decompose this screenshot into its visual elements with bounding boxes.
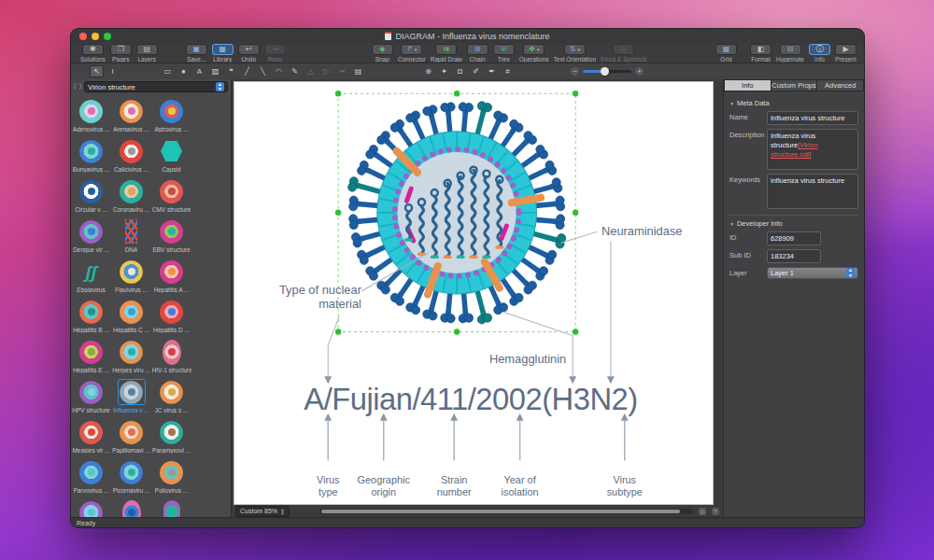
arc-tool[interactable]: ◠ <box>272 65 286 77</box>
library-item[interactable]: HPV structure <box>71 377 111 417</box>
nomenclature-part-label[interactable]: Year of <box>504 474 537 485</box>
library-item[interactable]: DNA <box>111 217 151 257</box>
layer-dropdown[interactable]: Layer 1 ▲▼ <box>767 267 858 279</box>
grid-button[interactable]: ▦Grid <box>715 44 737 63</box>
zoom-tool[interactable]: ⊕ <box>421 65 435 77</box>
page-view-button[interactable]: ◫ <box>699 508 706 515</box>
operations-button[interactable]: ❖▾Operations <box>519 44 549 63</box>
zoom-out-icon[interactable]: − <box>571 67 579 76</box>
drawing-page[interactable]: Type of nuclearmaterialHemagglutininNeur… <box>234 81 714 505</box>
rectangle-tool[interactable]: ▭ <box>161 65 175 77</box>
meta-data-section[interactable]: ▼ Meta Data <box>729 99 858 107</box>
pen-tool[interactable]: ✎ <box>288 65 302 77</box>
zoom-slider-knob[interactable] <box>601 67 609 76</box>
nomenclature-part-label[interactable]: origin <box>371 486 396 497</box>
library-item[interactable]: Calicivirus ... <box>111 136 151 176</box>
line-tool[interactable]: ╱ <box>240 65 254 77</box>
connector-button[interactable]: ↱▾Connector <box>398 44 426 63</box>
info-button[interactable]: ⓘInfo <box>809 44 830 63</box>
rapid-draw-button[interactable]: ⇉Rapid Draw <box>431 44 462 63</box>
present-button[interactable]: ▶Present <box>835 44 856 63</box>
library-item[interactable]: Hepatitis E ... <box>71 337 111 377</box>
nomenclature-part-label[interactable]: Geographic <box>358 474 411 485</box>
text-orientation-button[interactable]: ⇅▾Text Orientation <box>554 44 597 63</box>
library-back-icon[interactable]: 〈 <box>74 82 77 91</box>
horizontal-scrollbar[interactable] <box>319 509 693 514</box>
keywords-field[interactable]: influenza virus structure <box>767 174 858 209</box>
library-item[interactable]: Poliovirus ... <box>151 457 191 497</box>
nuclear-material-label[interactable]: Type of nuclear <box>279 283 362 297</box>
library-item[interactable]: Rabies viru ... <box>151 497 191 517</box>
virus-diagram-svg[interactable]: Type of nuclearmaterialHemagglutininNeur… <box>234 82 713 504</box>
select-stepper-icon[interactable]: ▲▼ <box>216 82 224 91</box>
brush-tool[interactable]: ✒ <box>485 65 499 77</box>
polyline-tool[interactable]: ╲ <box>256 65 270 77</box>
shape-tool[interactable]: ✦ <box>437 65 451 77</box>
redo-button[interactable]: ↪Redo <box>264 44 286 63</box>
library-item[interactable]: Coronaviru ... <box>111 176 151 217</box>
eyedropper-tool[interactable]: ✐ <box>469 65 483 77</box>
zoom-stepper-icon[interactable]: ▲▼ <box>280 508 285 515</box>
nuclear-material-label[interactable]: material <box>318 297 361 311</box>
library-item[interactable]: Adenovirus ... <box>71 96 111 136</box>
nomenclature-part-label[interactable]: subtype <box>607 486 643 497</box>
callout-tool[interactable]: ❝ <box>224 65 238 77</box>
library-item[interactable]: Circular v ... <box>71 176 111 217</box>
library-item[interactable]: Influenza v ... <box>111 377 151 417</box>
canvas-zoom-control[interactable]: Custom 85% ▲▼ <box>235 506 290 517</box>
chain-button[interactable]: ⊞Chain <box>467 44 488 63</box>
library-item[interactable]: Picornaviru ... <box>111 457 151 497</box>
image-tool[interactable]: ▨ <box>208 65 222 77</box>
library-item[interactable]: Flavivirus ... <box>111 257 151 297</box>
text-tool[interactable]: A <box>192 65 206 77</box>
tab-info[interactable]: Info <box>724 79 771 91</box>
library-item[interactable]: Paramyxovi ... <box>151 417 191 457</box>
nomenclature-part-label[interactable]: Virus <box>317 474 340 485</box>
tree-button[interactable]: ΨTree <box>493 44 515 63</box>
library-item[interactable]: EBV structure <box>151 217 191 257</box>
nomenclature-part-label[interactable]: Virus <box>613 474 636 485</box>
library-button[interactable]: ▦Library <box>212 44 234 63</box>
library-item[interactable]: Hepatitis A ... <box>151 257 191 297</box>
library-item[interactable]: Hepatitis C ... <box>111 297 151 337</box>
reshape-tool[interactable]: △ <box>304 65 318 77</box>
library-item[interactable]: Arenavirus ... <box>111 96 151 136</box>
library-item[interactable]: Hepatitis D ... <box>151 297 191 337</box>
ellipse-tool[interactable]: ● <box>177 65 191 77</box>
developer-info-section[interactable]: ▼ Developer Info <box>729 219 858 228</box>
sub-id-field[interactable]: 183234 <box>767 249 821 263</box>
name-field[interactable]: Influenza virus structure <box>767 111 858 125</box>
neuraminidase-label[interactable]: Neuraminidase <box>601 224 683 238</box>
library-item[interactable]: Dengue vir ... <box>71 217 111 257</box>
zoom-slider[interactable]: − + <box>571 67 644 76</box>
library-select[interactable]: Virion structure ▲▼ <box>84 81 228 92</box>
text-block-tool[interactable]: ▤ <box>351 65 365 77</box>
library-item[interactable]: Measles vir ... <box>71 417 111 457</box>
nomenclature-text[interactable]: A/Fujian/411/2002(H3N2) <box>304 381 637 415</box>
snap-button[interactable]: ◈Snap <box>372 44 393 63</box>
description-field[interactable]: Influenza virus structure[Virion structu… <box>767 129 858 170</box>
library-item[interactable]: ʃʃEbolavirus <box>71 257 111 297</box>
library-item[interactable]: HIV-1 structure <box>151 337 191 377</box>
library-item[interactable]: CMV structure <box>151 176 191 217</box>
tab-custom-props[interactable]: Custom Props <box>771 79 818 91</box>
undo-button[interactable]: ↩Undo <box>238 44 260 63</box>
scissors-tool[interactable]: ✂ <box>335 65 349 77</box>
solutions-button[interactable]: ✱Solutions <box>80 44 106 63</box>
library-item[interactable]: Herpes viru ... <box>111 337 151 377</box>
nomenclature-part-label[interactable]: number <box>437 486 472 497</box>
library-forward-icon[interactable]: 〉 <box>79 82 82 91</box>
text-select-tool[interactable]: I <box>106 65 120 77</box>
crop-tool[interactable]: # <box>501 65 515 77</box>
nomenclature-part-label[interactable]: type <box>318 486 338 497</box>
layers-button[interactable]: ▤Layers <box>136 44 158 63</box>
page-options-button[interactable]: ? <box>712 508 719 515</box>
disclosure-triangle-icon[interactable]: ▼ <box>729 221 734 227</box>
emoji-symbols-button[interactable]: ☺Emoji & Symbols <box>601 44 646 63</box>
library-item[interactable]: Capsid <box>151 136 191 176</box>
save-button[interactable]: ▣Save... <box>186 44 207 63</box>
library-item[interactable]: Hepatitis B ... <box>71 297 111 337</box>
nomenclature-part-label[interactable]: Strain <box>441 474 467 485</box>
library-item[interactable]: JC virus s ... <box>151 377 191 417</box>
tab-advanced[interactable]: Advanced <box>817 79 864 91</box>
